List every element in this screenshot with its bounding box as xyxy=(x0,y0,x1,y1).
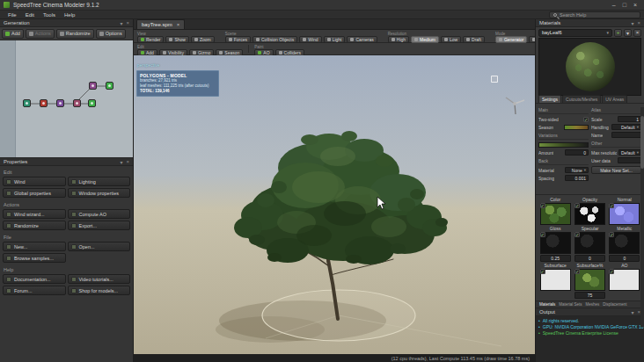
generator-node[interactable] xyxy=(106,82,113,90)
map-enabled-checkbox[interactable]: ✓ xyxy=(574,232,580,237)
tab-uv-areas[interactable]: UV Areas xyxy=(602,95,627,103)
amount-input[interactable]: 0 xyxy=(565,149,589,156)
menu-item-file[interactable]: File xyxy=(4,12,21,18)
tab-close-icon[interactable]: × xyxy=(177,22,180,27)
scale-input[interactable]: 1 xyxy=(618,116,641,122)
export-button[interactable]: Export... xyxy=(68,221,131,230)
wind-wizard-button[interactable]: Wind wizard... xyxy=(3,209,66,219)
material-menu-button[interactable]: ▾ xyxy=(624,29,632,37)
wind-button[interactable]: Wind xyxy=(3,177,66,186)
back-material-select[interactable]: None ▾ xyxy=(565,167,589,173)
generation-actions-button[interactable]: Actions xyxy=(26,29,55,39)
shop-for-models-button[interactable]: Shop for models... xyxy=(68,286,131,295)
bottom-tab-displacement[interactable]: Displacement xyxy=(603,302,626,307)
generator-node[interactable] xyxy=(23,99,31,107)
material-preview[interactable] xyxy=(538,38,641,96)
bottom-tab-material-sets[interactable]: Material Sets xyxy=(559,302,582,307)
axis-gizmo-icon[interactable] xyxy=(501,90,528,117)
output-log[interactable]: •All rights reserved.•GPU: NVIDIA Corpor… xyxy=(536,316,644,362)
high-button[interactable]: High xyxy=(388,36,409,43)
low-button[interactable]: Low xyxy=(441,36,461,43)
collision-objects-button[interactable]: Collision Objects xyxy=(252,36,297,43)
browse-samples-button[interactable]: Browse samples... xyxy=(3,253,66,263)
forum-button[interactable]: Forum... xyxy=(3,286,66,295)
make-new-set-button[interactable]: Make New Set... xyxy=(591,166,641,174)
spacing-input[interactable]: 0.001 xyxy=(565,175,589,181)
panel-menu-icon[interactable]: ▾ xyxy=(631,20,633,26)
map-enabled-checkbox[interactable]: ✓ xyxy=(540,232,545,237)
viewport-canvas[interactable]: perspective POLYGONS - MODEL branches: 2… xyxy=(134,55,535,354)
show-button[interactable]: Show xyxy=(165,36,189,43)
document-tab[interactable]: bayTree.spm × xyxy=(136,19,185,29)
light-button[interactable]: Light xyxy=(324,36,346,43)
generator-node[interactable] xyxy=(88,99,96,107)
viewport-widget-icon[interactable] xyxy=(491,76,498,83)
add-material-button[interactable]: + xyxy=(614,29,622,37)
close-icon[interactable]: × xyxy=(633,2,637,8)
name-input[interactable] xyxy=(611,132,641,138)
map-thumbnail[interactable]: ✓ xyxy=(574,203,605,225)
global-properties-button[interactable]: Global properties xyxy=(3,188,66,198)
randomize-button[interactable]: Randomize xyxy=(3,221,66,230)
material-select[interactable]: bayLeaf6 ▾ xyxy=(538,29,612,37)
season-gradient-swatch[interactable] xyxy=(564,125,589,130)
generator-node[interactable] xyxy=(89,82,97,90)
map-value-input[interactable]: 0.25 xyxy=(540,255,571,262)
map-enabled-checkbox[interactable]: ✓ xyxy=(609,232,614,237)
map-enabled-checkbox[interactable]: ✓ xyxy=(540,269,545,274)
wind-button[interactable]: Wind xyxy=(299,36,321,43)
compute-ao-button[interactable]: Compute AO xyxy=(68,209,131,219)
generation-add-button[interactable]: Add xyxy=(2,29,24,39)
open-button[interactable]: Open... xyxy=(68,242,131,251)
documentation-button[interactable]: Documentation... xyxy=(3,274,66,284)
map-enabled-checkbox[interactable]: ✓ xyxy=(609,203,614,208)
tab-cutouts-meshes[interactable]: Cutouts/Meshes xyxy=(562,95,601,103)
two-sided-checkbox[interactable]: ✓ xyxy=(583,117,589,122)
user-data-input[interactable] xyxy=(618,157,641,163)
map-thumbnail[interactable]: ✓ xyxy=(540,203,571,225)
video-tutorials-button[interactable]: Video tutorials... xyxy=(68,274,131,284)
generator-button[interactable]: Generator xyxy=(495,36,528,43)
map-thumbnail[interactable]: ✓ xyxy=(609,203,640,225)
scrollbar-thumb[interactable] xyxy=(640,116,644,169)
materials-scrollbar[interactable] xyxy=(640,107,644,327)
search-help-box[interactable]: Search Help xyxy=(549,11,640,18)
panel-close-icon[interactable]: × xyxy=(126,159,129,164)
max-resolution-select[interactable]: Default ▾ xyxy=(618,149,641,156)
map-value-input[interactable]: 75 xyxy=(574,292,605,299)
generator-node[interactable] xyxy=(56,99,64,107)
render-button[interactable]: Render xyxy=(137,36,164,43)
generation-options-button[interactable]: Options xyxy=(96,29,126,39)
menu-item-edit[interactable]: Edit xyxy=(21,12,39,18)
forces-button[interactable]: Forces xyxy=(225,36,251,43)
tab-settings[interactable]: Settings xyxy=(538,95,561,103)
map-value-input[interactable]: 0 xyxy=(609,255,640,262)
map-thumbnail[interactable]: ✓ xyxy=(540,269,571,291)
new-button[interactable]: New... xyxy=(3,242,66,251)
delete-material-button[interactable]: × xyxy=(633,29,641,37)
medium-button[interactable]: Medium xyxy=(411,36,439,43)
generator-node[interactable] xyxy=(73,99,81,107)
minimize-icon[interactable]: – xyxy=(612,2,616,8)
map-enabled-checkbox[interactable]: ✓ xyxy=(609,269,614,274)
map-thumbnail[interactable]: ✓ xyxy=(609,269,640,291)
panel-menu-icon[interactable]: ▾ xyxy=(631,309,633,315)
bottom-tab-meshes[interactable]: Meshes xyxy=(586,302,600,307)
menu-item-tools[interactable]: Tools xyxy=(39,12,60,18)
map-thumbnail[interactable]: ✓ xyxy=(540,232,571,254)
map-thumbnail[interactable]: ✓ xyxy=(609,232,640,254)
maximize-icon[interactable]: □ xyxy=(623,2,626,8)
map-enabled-checkbox[interactable]: ✓ xyxy=(574,269,580,274)
map-enabled-checkbox[interactable]: ✓ xyxy=(574,203,580,208)
handling-select[interactable]: Default ▾ xyxy=(611,124,641,130)
lighting-button[interactable]: Lighting xyxy=(68,177,131,186)
map-value-input[interactable]: 0 xyxy=(574,255,605,262)
map-enabled-checkbox[interactable]: ✓ xyxy=(540,203,545,208)
map-thumbnail[interactable]: ✓ xyxy=(574,269,605,291)
map-thumbnail[interactable]: ✓ xyxy=(574,232,605,254)
cameras-button[interactable]: Cameras xyxy=(347,36,377,43)
generator-node[interactable] xyxy=(40,99,48,107)
bottom-tab-materials[interactable]: Materials xyxy=(539,302,555,307)
panel-menu-icon[interactable]: ▾ xyxy=(120,20,122,26)
panel-close-icon[interactable]: × xyxy=(126,20,129,25)
